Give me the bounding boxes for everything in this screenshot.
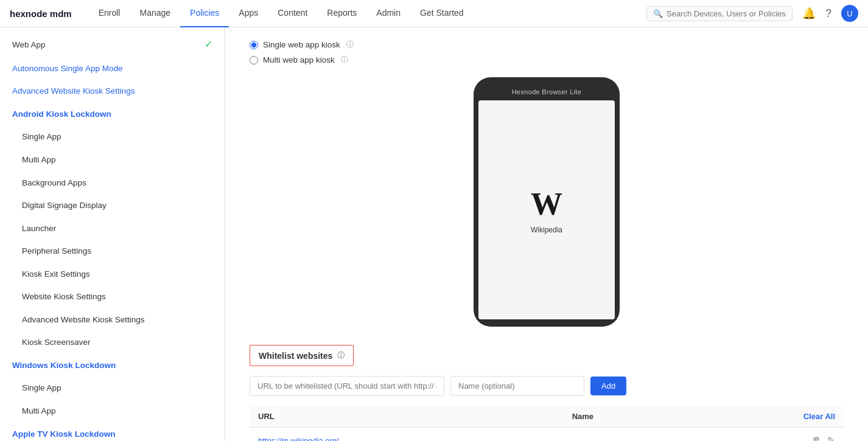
nav-right: 🔍 🔔 ? U	[646, 5, 858, 22]
sidebar-item-advanced-website-kiosk-settings-top[interactable]: Advanced Website Kiosk Settings	[0, 80, 225, 103]
search-box: 🔍	[646, 6, 793, 21]
whitelist-name-input[interactable]	[450, 376, 584, 396]
whitelist-table: URL Name Clear All https://m.wikipedia.o…	[250, 406, 844, 441]
sidebar-item-apple-tv-kiosk-lockdown[interactable]: Apple TV Kiosk Lockdown	[0, 423, 225, 441]
name-cell	[564, 428, 687, 442]
sidebar-item-android-single-app[interactable]: Single App	[0, 125, 225, 148]
sidebar-item-peripheral-settings[interactable]: Peripheral Settings	[0, 240, 225, 263]
nav-content[interactable]: Content	[268, 0, 317, 27]
sidebar-item-autonomous-single-app-mode[interactable]: Autonomous Single App Mode	[0, 57, 225, 80]
radio-multi-web-app[interactable]: Multi web app kiosk ⓘ	[250, 55, 844, 65]
help-icon[interactable]: ?	[825, 7, 831, 20]
sidebar-item-android-multi-app[interactable]: Multi App	[0, 148, 225, 172]
col-name: Name	[564, 406, 687, 428]
phone-title-bar: Hexnode Browser Lite	[478, 85, 615, 100]
bell-icon[interactable]: 🔔	[802, 7, 816, 20]
whitelist-input-row: Add	[250, 376, 844, 396]
col-url: URL	[250, 406, 564, 428]
whitelist-url-input[interactable]	[250, 376, 444, 396]
delete-icon[interactable]: 🗑	[812, 435, 821, 441]
sidebar-item-windows-single-app[interactable]: Single App	[0, 377, 225, 400]
nav-get-started[interactable]: Get Started	[410, 0, 474, 27]
sidebar-item-website-kiosk-settings[interactable]: Website Kiosk Settings	[0, 285, 225, 308]
clear-all-label[interactable]: Clear All	[803, 412, 835, 421]
info-icon-whitelist[interactable]: ⓘ	[337, 350, 345, 361]
sidebar-item-label: Single App	[22, 131, 61, 142]
wikipedia-label: Wikipedia	[531, 226, 562, 234]
sidebar-item-label: Digital Signage Display	[22, 200, 107, 211]
radio-multi-web-app-label: Multi web app kiosk	[263, 55, 335, 64]
radio-single-web-app-input[interactable]	[250, 41, 258, 49]
sidebar-item-label: Single App	[22, 383, 61, 394]
table-header: URL Name Clear All	[250, 406, 844, 428]
check-icon: ✓	[205, 38, 212, 51]
sidebar-item-label: Android Kiosk Lockdown	[12, 109, 111, 120]
phone-screen: W Wikipedia	[478, 100, 615, 319]
sidebar-item-advanced-website-kiosk-settings[interactable]: Advanced Website Kiosk Settings	[0, 308, 225, 332]
top-nav: hexnode mdm Enroll Manage Policies Apps …	[0, 0, 868, 27]
nav-policies[interactable]: Policies	[180, 0, 229, 27]
sidebar-item-android-kiosk-lockdown[interactable]: Android Kiosk Lockdown	[0, 103, 225, 126]
radio-single-web-app-label: Single web app kiosk	[263, 40, 340, 49]
sidebar-item-label: Multi App	[22, 406, 56, 417]
sidebar-item-label: Web App	[12, 40, 46, 50]
sidebar-item-digital-signage[interactable]: Digital Signage Display	[0, 194, 225, 217]
sidebar-item-label: Kiosk Screensaver	[22, 337, 91, 348]
sidebar-item-label: Website Kiosk Settings	[22, 291, 106, 302]
radio-multi-web-app-input[interactable]	[250, 56, 258, 64]
nav-admin[interactable]: Admin	[366, 0, 410, 27]
logo: hexnode mdm	[10, 9, 72, 19]
url-cell: https://m.wikipedia.org/	[250, 428, 564, 442]
whitelist-title: Whitelist websites	[259, 351, 332, 361]
wikipedia-icon: W	[531, 186, 562, 222]
main-content: Single web app kiosk ⓘ Multi web app kio…	[225, 27, 868, 441]
info-icon-single[interactable]: ⓘ	[346, 40, 354, 50]
actions-cell: 🗑 ✎	[687, 428, 844, 442]
layout: Web App ✓ Autonomous Single App Mode Adv…	[0, 27, 868, 441]
phone-mockup: Hexnode Browser Lite W Wikipedia	[474, 77, 620, 327]
radio-single-web-app[interactable]: Single web app kiosk ⓘ	[250, 40, 844, 50]
nav-manage[interactable]: Manage	[130, 0, 180, 27]
sidebar: Web App ✓ Autonomous Single App Mode Adv…	[0, 27, 225, 441]
whitelist-section: Whitelist websites ⓘ Add URL Name Clear …	[250, 345, 844, 441]
search-icon: 🔍	[653, 9, 663, 18]
phone-mockup-container: Hexnode Browser Lite W Wikipedia	[250, 77, 844, 327]
sidebar-item-label: Background Apps	[22, 178, 86, 189]
sidebar-item-label: Kiosk Exit Settings	[22, 269, 90, 280]
table-row: https://m.wikipedia.org/ 🗑 ✎	[250, 428, 844, 442]
sidebar-item-windows-kiosk-lockdown[interactable]: Windows Kiosk Lockdown	[0, 354, 225, 377]
sidebar-item-label: Advanced Website Kiosk Settings	[12, 86, 135, 97]
sidebar-item-label: Peripheral Settings	[22, 246, 91, 257]
sidebar-item-background-apps[interactable]: Background Apps	[0, 172, 225, 195]
nav-links: Enroll Manage Policies Apps Content Repo…	[89, 0, 474, 27]
sidebar-item-label: Apple TV Kiosk Lockdown	[12, 429, 116, 440]
search-input[interactable]	[667, 9, 786, 18]
sidebar-item-label: Multi App	[22, 155, 56, 165]
table-body: https://m.wikipedia.org/ 🗑 ✎	[250, 428, 844, 442]
sidebar-item-label: Autonomous Single App Mode	[12, 63, 123, 74]
nav-reports[interactable]: Reports	[317, 0, 366, 27]
add-button[interactable]: Add	[590, 377, 626, 395]
edit-icon[interactable]: ✎	[827, 435, 835, 441]
sidebar-item-label: Windows Kiosk Lockdown	[12, 360, 116, 371]
info-icon-multi[interactable]: ⓘ	[341, 55, 348, 65]
sidebar-item-launcher[interactable]: Launcher	[0, 217, 225, 240]
action-icons: 🗑 ✎	[696, 435, 835, 441]
avatar[interactable]: U	[841, 5, 858, 22]
radio-group: Single web app kiosk ⓘ Multi web app kio…	[250, 40, 844, 65]
sidebar-item-kiosk-exit-settings[interactable]: Kiosk Exit Settings	[0, 263, 225, 286]
sidebar-item-kiosk-screensaver[interactable]: Kiosk Screensaver	[0, 331, 225, 354]
nav-apps[interactable]: Apps	[229, 0, 268, 27]
nav-enroll[interactable]: Enroll	[89, 0, 130, 27]
sidebar-item-web-app[interactable]: Web App ✓	[0, 32, 225, 57]
sidebar-item-windows-multi-app[interactable]: Multi App	[0, 400, 225, 423]
col-clear-all[interactable]: Clear All	[687, 406, 844, 428]
whitelist-header: Whitelist websites ⓘ	[250, 345, 354, 366]
sidebar-item-label: Launcher	[22, 223, 56, 234]
sidebar-item-label: Advanced Website Kiosk Settings	[22, 314, 145, 325]
